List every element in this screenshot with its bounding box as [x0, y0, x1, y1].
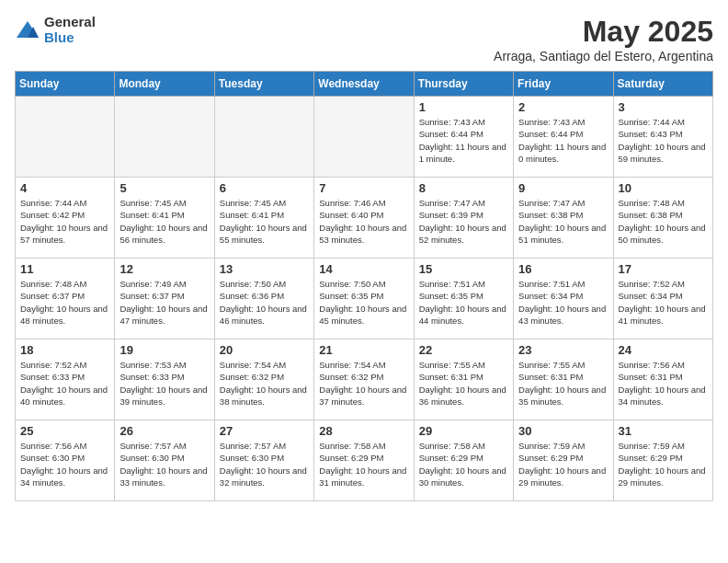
day-info: Sunrise: 7:59 AM Sunset: 6:29 PM Dayligh… [619, 440, 708, 488]
day-info: Sunrise: 7:54 AM Sunset: 6:32 PM Dayligh… [319, 359, 408, 408]
day-number: 11 [20, 262, 109, 276]
day-number: 9 [518, 181, 608, 195]
header-row: SundayMondayTuesdayWednesdayThursdayFrid… [16, 72, 713, 97]
day-info: Sunrise: 7:52 AM Sunset: 6:33 PM Dayligh… [20, 359, 109, 408]
day-number: 10 [619, 181, 708, 195]
day-info: Sunrise: 7:59 AM Sunset: 6:29 PM Dayligh… [518, 440, 608, 488]
day-number: 20 [220, 343, 309, 357]
day-cell: 25Sunrise: 7:56 AM Sunset: 6:30 PM Dayli… [16, 420, 115, 501]
day-info: Sunrise: 7:43 AM Sunset: 6:44 PM Dayligh… [518, 116, 608, 165]
day-info: Sunrise: 7:57 AM Sunset: 6:30 PM Dayligh… [220, 440, 309, 488]
day-cell: 5Sunrise: 7:45 AM Sunset: 6:41 PM Daylig… [115, 178, 214, 259]
day-number: 14 [319, 262, 408, 276]
day-cell: 17Sunrise: 7:52 AM Sunset: 6:34 PM Dayli… [613, 259, 712, 339]
week-row-4: 25Sunrise: 7:56 AM Sunset: 6:30 PM Dayli… [16, 420, 713, 501]
logo-icon [15, 17, 40, 43]
day-info: Sunrise: 7:43 AM Sunset: 6:44 PM Dayligh… [419, 116, 508, 165]
day-info: Sunrise: 7:55 AM Sunset: 6:31 PM Dayligh… [518, 359, 608, 408]
day-number: 13 [220, 262, 309, 276]
day-number: 23 [518, 343, 608, 357]
day-info: Sunrise: 7:58 AM Sunset: 6:29 PM Dayligh… [419, 440, 508, 488]
day-cell: 7Sunrise: 7:46 AM Sunset: 6:40 PM Daylig… [314, 178, 414, 259]
day-info: Sunrise: 7:51 AM Sunset: 6:35 PM Dayligh… [419, 278, 508, 327]
day-info: Sunrise: 7:57 AM Sunset: 6:30 PM Dayligh… [119, 440, 209, 488]
day-info: Sunrise: 7:48 AM Sunset: 6:38 PM Dayligh… [619, 197, 708, 246]
day-info: Sunrise: 7:56 AM Sunset: 6:31 PM Dayligh… [619, 359, 708, 408]
header-cell-monday: Monday [115, 72, 214, 97]
day-cell: 4Sunrise: 7:44 AM Sunset: 6:42 PM Daylig… [16, 178, 115, 259]
day-info: Sunrise: 7:45 AM Sunset: 6:41 PM Dayligh… [220, 197, 309, 246]
day-cell: 20Sunrise: 7:54 AM Sunset: 6:32 PM Dayli… [214, 339, 313, 420]
day-cell [16, 97, 115, 178]
day-cell: 18Sunrise: 7:52 AM Sunset: 6:33 PM Dayli… [16, 339, 115, 420]
day-number: 16 [518, 262, 608, 276]
day-info: Sunrise: 7:51 AM Sunset: 6:34 PM Dayligh… [518, 278, 608, 327]
logo-text: General Blue [44, 15, 96, 45]
day-number: 15 [419, 262, 508, 276]
day-info: Sunrise: 7:48 AM Sunset: 6:37 PM Dayligh… [20, 278, 109, 327]
day-cell: 19Sunrise: 7:53 AM Sunset: 6:33 PM Dayli… [115, 339, 214, 420]
day-number: 30 [518, 424, 608, 438]
day-cell: 31Sunrise: 7:59 AM Sunset: 6:29 PM Dayli… [613, 420, 712, 501]
day-info: Sunrise: 7:47 AM Sunset: 6:39 PM Dayligh… [419, 197, 508, 246]
day-number: 26 [119, 424, 209, 438]
day-cell: 14Sunrise: 7:50 AM Sunset: 6:35 PM Dayli… [314, 259, 414, 339]
day-number: 24 [619, 343, 708, 357]
day-cell: 26Sunrise: 7:57 AM Sunset: 6:30 PM Dayli… [115, 420, 214, 501]
day-number: 3 [619, 100, 708, 114]
page-header: General Blue May 2025 Arraga, Santiago d… [15, 15, 713, 63]
day-number: 21 [319, 343, 408, 357]
day-number: 1 [419, 100, 508, 114]
logo-blue-text: Blue [44, 30, 96, 46]
header-cell-friday: Friday [514, 72, 613, 97]
week-row-1: 4Sunrise: 7:44 AM Sunset: 6:42 PM Daylig… [16, 178, 713, 259]
day-cell: 8Sunrise: 7:47 AM Sunset: 6:39 PM Daylig… [414, 178, 513, 259]
day-cell [314, 97, 414, 178]
day-number: 31 [619, 424, 708, 438]
day-number: 19 [119, 343, 209, 357]
calendar-title: May 2025 [494, 15, 713, 49]
day-cell: 27Sunrise: 7:57 AM Sunset: 6:30 PM Dayli… [214, 420, 313, 501]
week-row-0: 1Sunrise: 7:43 AM Sunset: 6:44 PM Daylig… [16, 97, 713, 178]
day-cell: 3Sunrise: 7:44 AM Sunset: 6:43 PM Daylig… [613, 97, 712, 178]
day-number: 12 [119, 262, 209, 276]
day-cell: 28Sunrise: 7:58 AM Sunset: 6:29 PM Dayli… [314, 420, 414, 501]
day-number: 8 [419, 181, 508, 195]
day-cell: 30Sunrise: 7:59 AM Sunset: 6:29 PM Dayli… [514, 420, 613, 501]
day-cell: 1Sunrise: 7:43 AM Sunset: 6:44 PM Daylig… [414, 97, 513, 178]
day-cell: 21Sunrise: 7:54 AM Sunset: 6:32 PM Dayli… [314, 339, 414, 420]
day-number: 29 [419, 424, 508, 438]
day-info: Sunrise: 7:58 AM Sunset: 6:29 PM Dayligh… [319, 440, 408, 488]
day-number: 18 [20, 343, 109, 357]
header-cell-wednesday: Wednesday [314, 72, 414, 97]
day-cell: 15Sunrise: 7:51 AM Sunset: 6:35 PM Dayli… [414, 259, 513, 339]
calendar-header: SundayMondayTuesdayWednesdayThursdayFrid… [16, 72, 713, 97]
day-cell: 12Sunrise: 7:49 AM Sunset: 6:37 PM Dayli… [115, 259, 214, 339]
day-info: Sunrise: 7:50 AM Sunset: 6:36 PM Dayligh… [220, 278, 309, 327]
day-info: Sunrise: 7:55 AM Sunset: 6:31 PM Dayligh… [419, 359, 508, 408]
header-cell-tuesday: Tuesday [214, 72, 313, 97]
day-info: Sunrise: 7:44 AM Sunset: 6:42 PM Dayligh… [20, 197, 109, 246]
day-number: 27 [220, 424, 309, 438]
day-number: 7 [319, 181, 408, 195]
day-number: 17 [619, 262, 708, 276]
day-cell: 22Sunrise: 7:55 AM Sunset: 6:31 PM Dayli… [414, 339, 513, 420]
calendar-table: SundayMondayTuesdayWednesdayThursdayFrid… [15, 71, 713, 501]
day-cell: 10Sunrise: 7:48 AM Sunset: 6:38 PM Dayli… [613, 178, 712, 259]
day-number: 2 [518, 100, 608, 114]
day-cell: 23Sunrise: 7:55 AM Sunset: 6:31 PM Dayli… [514, 339, 613, 420]
day-info: Sunrise: 7:49 AM Sunset: 6:37 PM Dayligh… [119, 278, 209, 327]
logo: General Blue [15, 15, 96, 45]
week-row-2: 11Sunrise: 7:48 AM Sunset: 6:37 PM Dayli… [16, 259, 713, 339]
day-cell: 13Sunrise: 7:50 AM Sunset: 6:36 PM Dayli… [214, 259, 313, 339]
header-cell-sunday: Sunday [16, 72, 115, 97]
day-info: Sunrise: 7:44 AM Sunset: 6:43 PM Dayligh… [619, 116, 708, 165]
day-info: Sunrise: 7:50 AM Sunset: 6:35 PM Dayligh… [319, 278, 408, 327]
day-cell: 9Sunrise: 7:47 AM Sunset: 6:38 PM Daylig… [514, 178, 613, 259]
header-cell-thursday: Thursday [414, 72, 513, 97]
day-cell: 6Sunrise: 7:45 AM Sunset: 6:41 PM Daylig… [214, 178, 313, 259]
day-number: 28 [319, 424, 408, 438]
day-cell: 29Sunrise: 7:58 AM Sunset: 6:29 PM Dayli… [414, 420, 513, 501]
day-info: Sunrise: 7:53 AM Sunset: 6:33 PM Dayligh… [119, 359, 209, 408]
day-info: Sunrise: 7:52 AM Sunset: 6:34 PM Dayligh… [619, 278, 708, 327]
